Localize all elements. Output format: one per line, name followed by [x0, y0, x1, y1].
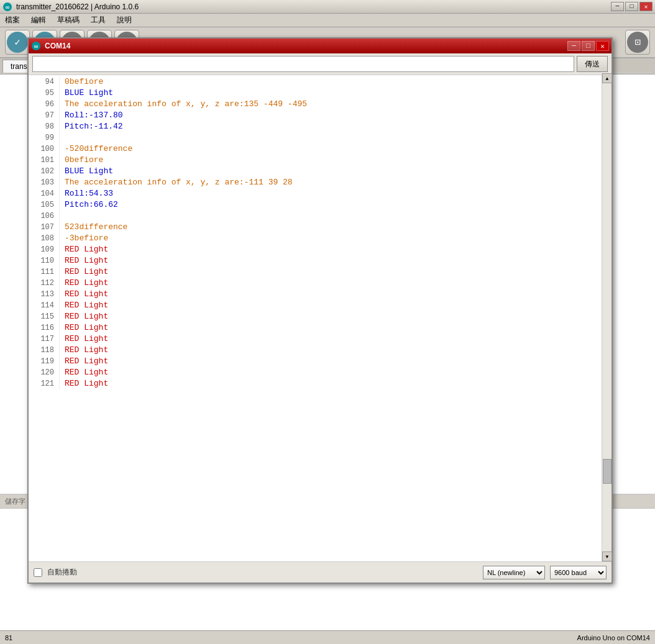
line-text: RED Light — [62, 278, 108, 289]
line-number: 111 — [29, 266, 60, 278]
title-bar-controls: ─ □ ✕ — [611, 2, 653, 11]
line-number: 108 — [29, 233, 60, 244]
console-line: 119RED Light — [29, 356, 611, 367]
baud-rate-select[interactable]: 9600 baud 19200 baud 38400 baud 57600 ba… — [550, 566, 607, 579]
serial-icon: ∞ — [31, 41, 41, 51]
line-text: RED Light — [62, 266, 108, 278]
line-number: 117 — [29, 333, 60, 345]
title-bar: ∞ transmitter_20160622 | Arduino 1.0.6 ─… — [0, 0, 655, 14]
line-number: 107 — [29, 222, 60, 233]
line-text: The acceleration info of x, y, z are:135… — [62, 99, 307, 110]
console-line: 95BLUE Light — [29, 88, 611, 99]
serial-monitor-button[interactable]: ⊡ — [625, 30, 650, 55]
autoscroll-checkbox[interactable] — [34, 568, 42, 577]
console-line: 118RED Light — [29, 345, 611, 356]
menu-tools[interactable]: 工具 — [88, 14, 108, 27]
serial-close-button[interactable]: ✕ — [596, 41, 609, 51]
minimize-button[interactable]: ─ — [611, 2, 624, 11]
serial-monitor-window: ∞ COM14 ─ □ ✕ 傳送 940befiore95BLUE Light9… — [27, 37, 613, 584]
line-text: RED Light — [62, 367, 108, 378]
console-line: 106 — [29, 211, 611, 222]
line-number: 101 — [29, 155, 60, 166]
line-number: 94 — [29, 76, 60, 88]
line-text: RED Light — [62, 311, 108, 322]
svg-text:∞: ∞ — [34, 43, 38, 50]
line-number: 96 — [29, 99, 60, 110]
line-number: 113 — [29, 289, 60, 300]
serial-bottom-bar: 自動捲動 NL (newline) No line ending Newline… — [29, 561, 611, 583]
line-number: 114 — [29, 300, 60, 311]
serial-send-button[interactable]: 傳送 — [577, 56, 608, 72]
scroll-thumb[interactable] — [603, 459, 611, 484]
serial-title: COM14 — [45, 42, 70, 50]
status-bar: 81 Arduino Uno on COM14 — [0, 630, 655, 644]
console-line: 109RED Light — [29, 244, 611, 255]
line-number: 105 — [29, 199, 60, 211]
bottom-label: 儲存字 — [5, 497, 25, 506]
console-line: 120RED Light — [29, 367, 611, 378]
line-number: 119 — [29, 356, 60, 367]
line-number: 112 — [29, 278, 60, 289]
line-text: 0befiore — [62, 76, 103, 88]
scroll-down-button[interactable]: ▼ — [602, 551, 612, 561]
line-number: 106 — [29, 211, 60, 222]
console-line: 1010befiore — [29, 155, 611, 166]
line-number: 97 — [29, 110, 60, 121]
console-line: 113RED Light — [29, 289, 611, 300]
line-number: 109 — [29, 244, 60, 255]
serial-maximize-button[interactable]: □ — [582, 41, 595, 51]
title-bar-left: ∞ transmitter_20160622 | Arduino 1.0.6 — [2, 2, 139, 12]
status-right: Arduino Uno on COM14 — [577, 634, 650, 642]
console-line: 111RED Light — [29, 266, 611, 278]
console-line: 110RED Light — [29, 255, 611, 266]
line-number: 115 — [29, 311, 60, 322]
line-text: BLUE Light — [62, 166, 113, 177]
line-number: 104 — [29, 188, 60, 199]
menu-bar: 檔案 編輯 草稿碼 工具 說明 — [0, 14, 655, 27]
menu-help[interactable]: 說明 — [114, 14, 134, 27]
console-line: 105Pitch:66.62 — [29, 199, 611, 211]
line-number: 118 — [29, 345, 60, 356]
svg-text:∞: ∞ — [6, 4, 9, 11]
verify-button[interactable]: ✓ — [5, 30, 30, 55]
line-number: 98 — [29, 121, 60, 132]
serial-console[interactable]: 940befiore95BLUE Light96The acceleration… — [29, 75, 611, 561]
line-text: Roll:-137.80 — [62, 110, 123, 121]
line-number: 121 — [29, 378, 60, 389]
line-text: -520difference — [62, 143, 132, 155]
maximize-button[interactable]: □ — [625, 2, 638, 11]
line-text: -3befiore — [62, 233, 108, 244]
arduino-icon: ∞ — [2, 2, 12, 12]
line-text: Pitch:-11.42 — [62, 121, 123, 132]
scroll-up-button[interactable]: ▲ — [602, 73, 612, 83]
line-text: RED Light — [62, 333, 108, 345]
line-ending-select[interactable]: NL (newline) No line ending Newline Carr… — [483, 566, 545, 579]
close-button[interactable]: ✕ — [639, 2, 653, 11]
menu-edit[interactable]: 編輯 — [29, 14, 48, 27]
line-text — [62, 132, 65, 143]
vertical-scrollbar[interactable]: ▲ ▼ — [602, 73, 611, 561]
status-left: 81 — [5, 634, 12, 642]
console-line: 116RED Light — [29, 322, 611, 333]
serial-title-bar: ∞ COM14 ─ □ ✕ — [29, 39, 611, 53]
line-number: 95 — [29, 88, 60, 99]
console-line: 104Roll:54.33 — [29, 188, 611, 199]
menu-file[interactable]: 檔案 — [2, 14, 22, 27]
console-line: 112RED Light — [29, 278, 611, 289]
line-number: 100 — [29, 143, 60, 155]
console-line: 114RED Light — [29, 300, 611, 311]
line-text: RED Light — [62, 356, 108, 367]
line-number: 110 — [29, 255, 60, 266]
console-line: 108-3befiore — [29, 233, 611, 244]
line-text: RED Light — [62, 255, 108, 266]
serial-input-field[interactable] — [32, 56, 574, 72]
line-number: 120 — [29, 367, 60, 378]
serial-input-area: 傳送 — [29, 53, 611, 75]
line-text: RED Light — [62, 378, 108, 389]
line-text: RED Light — [62, 345, 108, 356]
menu-sketch[interactable]: 草稿碼 — [55, 14, 82, 27]
console-line: 115RED Light — [29, 311, 611, 322]
serial-minimize-button[interactable]: ─ — [567, 41, 580, 51]
line-text: 0befiore — [62, 155, 103, 166]
line-text: Pitch:66.62 — [62, 199, 118, 211]
